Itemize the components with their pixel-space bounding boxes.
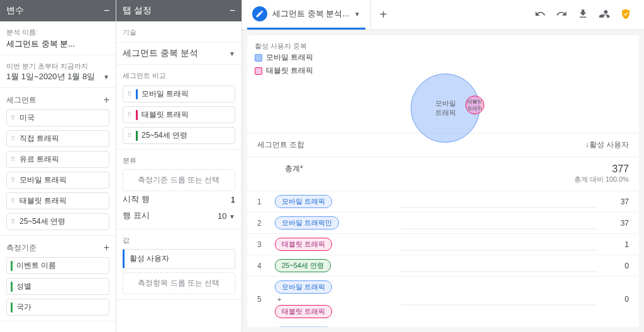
share-button[interactable]: [599, 8, 610, 21]
stripe-icon: [136, 89, 138, 99]
edit-tab-icon[interactable]: [252, 6, 267, 21]
segment-compare-chip[interactable]: ⠿태블릿 트래픽: [123, 106, 235, 123]
row-value: 0: [597, 295, 629, 304]
row-index: 2: [257, 219, 275, 228]
legend-swatch: [255, 67, 262, 75]
total-value: 377: [574, 163, 629, 175]
table-row[interactable]: 1모바일 트래픽37: [247, 191, 639, 212]
date-hint: 이번 분기 초부터 지금까지: [6, 62, 109, 71]
segment-chip: 모바일 트래픽: [275, 326, 332, 327]
segment-chip: 모바일 트래픽: [275, 280, 332, 294]
tab-settings-panel: 탭 설정 − 기술 세그먼트 중복 분석 ▼ 세그먼트 비교 ⠿모바일 트래픽⠿…: [116, 0, 242, 332]
row-index: 1: [257, 197, 275, 206]
segment-chip: 태블릿 트래픽: [275, 305, 332, 318]
dimension-chip[interactable]: 성별: [6, 278, 109, 295]
tab-settings-header: 탭 설정 −: [116, 0, 242, 21]
row-index: 4: [257, 262, 275, 270]
breakdown-dropzone[interactable]: 측정기준 드롭 또는 선택: [123, 169, 235, 191]
tab-bar: 세그먼트 중복 분석... ▼ +: [242, 0, 644, 30]
technique-select[interactable]: 세그먼트 중복 분석 ▼: [116, 43, 242, 65]
row-value: 1: [597, 240, 629, 249]
date-range-value: 1월 1일~2020년 1월 8일: [6, 71, 95, 82]
table-row[interactable]: 2모바일 트래픽만37: [247, 212, 639, 233]
segment-chip[interactable]: ⠿직접 트래픽: [6, 130, 109, 147]
download-button[interactable]: [577, 8, 589, 21]
segment-chip[interactable]: ⠿태블릿 트래픽: [6, 192, 109, 209]
row-value: 37: [597, 197, 629, 206]
add-segment-button[interactable]: +: [104, 94, 109, 106]
variables-panel: 변수 − 분석 이름: 세그먼트 중복 분... 이번 분기 초부터 지금까지 …: [0, 0, 116, 332]
col-active-users[interactable]: ↓활성 사용자: [586, 140, 629, 150]
legend-title: 활성 사용자 중복: [255, 42, 631, 51]
active-tab[interactable]: 세그먼트 중복 분석... ▼: [247, 0, 365, 30]
total-row: 총계* 377 총계 대비 100.0%: [247, 157, 639, 191]
segment-chip[interactable]: ⠿유료 트래픽: [6, 151, 109, 168]
grip-icon: ⠿: [11, 219, 16, 224]
segment-compare-chip[interactable]: ⠿25~54세 연령: [123, 127, 235, 144]
grip-icon: ⠿: [127, 113, 132, 118]
stripe-icon: [11, 302, 13, 313]
segment-chip[interactable]: ⠿모바일 트래픽: [6, 172, 109, 189]
grip-icon: ⠿: [127, 133, 132, 138]
table-row[interactable]: 3태블릿 트래픽1: [247, 233, 639, 255]
add-tab-button[interactable]: +: [370, 0, 396, 30]
technique-section: 기술: [116, 21, 242, 43]
rows-shown-select[interactable]: 10 ▼: [218, 211, 235, 221]
dimension-chip[interactable]: 국가: [6, 299, 109, 316]
col-segment[interactable]: 세그먼트 조합: [257, 140, 304, 150]
grip-icon: ⠿: [11, 199, 16, 204]
segments-label: 세그먼트: [6, 95, 36, 106]
date-range-section[interactable]: 이번 분기 초부터 지금까지 1월 1일~2020년 1월 8일 ▼: [0, 55, 116, 88]
table-row[interactable]: 5모바일 트래픽+태블릿 트래픽0: [247, 276, 639, 322]
analysis-name-section: 분석 이름: 세그먼트 중복 분...: [0, 21, 116, 55]
segment-compare-chip[interactable]: ⠿모바일 트래픽: [123, 86, 235, 102]
segment-chip[interactable]: ⠿미국: [6, 109, 109, 126]
add-dimension-button[interactable]: +: [104, 242, 109, 253]
legend-swatch: [255, 54, 262, 62]
tab-settings-title: 탭 설정: [123, 5, 152, 16]
segment-chip: 태블릿 트래픽: [275, 238, 332, 251]
stripe-icon: [136, 131, 138, 141]
grip-icon: ⠿: [11, 157, 16, 162]
toolbar: [535, 8, 639, 21]
row-bar: [401, 217, 597, 230]
data-quality-icon[interactable]: [620, 8, 631, 21]
dimensions-label: 측정기준: [6, 243, 36, 253]
variables-header: 변수 −: [0, 0, 116, 21]
total-label: 총계*: [285, 163, 303, 184]
legend-item[interactable]: 모바일 트래픽: [255, 51, 631, 64]
analysis-name-value[interactable]: 세그먼트 중복 분...: [6, 38, 109, 50]
visualization-card: 활성 사용자 중복 모바일 트래픽태블릿 트래픽 모바일 트래픽 태블릿 트래픽…: [247, 35, 639, 327]
redo-button[interactable]: [556, 8, 567, 21]
segment-compare-section: 세그먼트 비교 ⠿모바일 트래픽⠿태블릿 트래픽⠿25~54세 연령: [116, 65, 242, 150]
collapse-icon[interactable]: −: [230, 5, 235, 16]
venn-diagram[interactable]: 모바일 트래픽 태블릿 트래픽: [247, 80, 639, 133]
segment-chip[interactable]: ⠿25~54세 연령: [6, 213, 109, 230]
value-dropzone[interactable]: 측정항목 드롭 또는 선택: [123, 272, 235, 294]
row-bar: [401, 260, 597, 272]
dimension-chip[interactable]: 이벤트 이름: [6, 257, 109, 274]
undo-button[interactable]: [535, 8, 546, 21]
stripe-icon: [11, 261, 13, 271]
venn-circle-tablet[interactable]: 태블릿 트래픽: [465, 96, 484, 114]
caret-icon: ▼: [229, 50, 235, 57]
breakdown-section: 분류 측정기준 드롭 또는 선택 시작 행 행 표시 10 ▼: [116, 150, 242, 230]
total-pct: 총계 대비 100.0%: [574, 175, 629, 184]
row-index: 5: [257, 295, 275, 304]
segment-compare-label: 세그먼트 비교: [123, 71, 235, 80]
table-row[interactable]: 425~54세 연령0: [247, 255, 639, 276]
analysis-name-label: 분석 이름:: [6, 28, 109, 37]
main-area: 세그먼트 중복 분석... ▼ + 활성 사용자 중복 모바일 트래픽태블릿 트…: [242, 0, 644, 332]
grip-icon: ⠿: [11, 178, 16, 183]
caret-icon: ▼: [103, 74, 109, 80]
dimensions-section: 측정기준 + 이벤트 이름성별국가: [0, 236, 116, 321]
value-chip[interactable]: 활성 사용자: [123, 249, 235, 268]
collapse-icon[interactable]: −: [104, 5, 109, 16]
variables-title: 변수: [6, 5, 24, 16]
caret-icon[interactable]: ▼: [354, 11, 360, 18]
start-row-input[interactable]: [210, 195, 235, 204]
row-value: 0: [597, 262, 629, 270]
table-row[interactable]: 6모바일 트래픽+25~54세 연령0: [247, 322, 639, 327]
tab-title: 세그먼트 중복 분석...: [272, 8, 349, 19]
segment-chip: 25~54세 연령: [275, 259, 331, 272]
